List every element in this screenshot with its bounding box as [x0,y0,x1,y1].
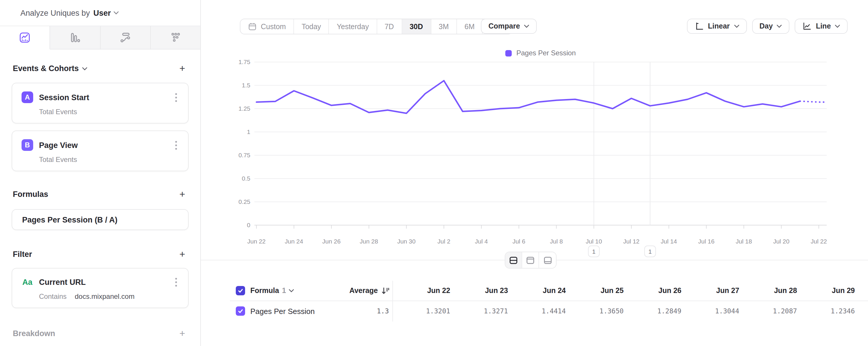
filter-condition[interactable]: Contains docs.mixpanel.com [12,288,188,309]
column-header[interactable]: Jun 28 [739,287,797,295]
range-7d[interactable]: 7D [377,19,402,34]
funnels-icon [69,31,81,44]
svg-text:0: 0 [247,222,250,228]
filter-card-current-url[interactable]: Aa Current URL Contains docs.mixpanel.co… [12,268,189,308]
event-measurement[interactable]: Total Events [12,151,188,172]
range-yesterday[interactable]: Yesterday [329,19,377,34]
scale-label: Linear [708,22,730,30]
svg-text:Jun 24: Jun 24 [285,238,303,244]
row-checkbox[interactable] [236,307,245,316]
chevron-down-icon [777,25,782,28]
cell-value: 1.2849 [623,307,681,315]
add-filter-button[interactable]: + [177,248,187,260]
column-header[interactable]: Jun 24 [508,287,566,295]
event-measurement-label: Total Events [39,155,77,164]
formulas-section-title: Formulas [13,190,48,199]
add-event-button[interactable]: + [177,62,187,75]
svg-text:Jun 26: Jun 26 [322,238,341,244]
chevron-down-icon [524,25,529,28]
event-title: Session Start [39,93,172,102]
svg-text:Jul 8: Jul 8 [550,238,563,244]
range-label: 6M [465,22,475,31]
svg-text:0.75: 0.75 [238,152,250,158]
chevron-down-icon [82,67,88,70]
add-formula-button[interactable]: + [177,188,187,200]
svg-text:Jun 22: Jun 22 [247,238,266,244]
svg-text:1: 1 [247,128,250,135]
svg-text:Jul 14: Jul 14 [661,238,677,244]
svg-text:1: 1 [592,248,595,255]
cell-value: 1.2087 [739,307,797,315]
kebab-menu-icon[interactable] [172,92,180,103]
granularity-button[interactable]: Day [752,19,790,34]
flows-icon [119,31,131,44]
toggle-chart-only[interactable] [522,252,539,268]
column-header[interactable]: Jun 25 [566,287,624,295]
range-label: 7D [384,22,394,31]
results-table: Formula 1 Average Jun 22 Jun 23 Jun 24 J… [201,281,868,321]
event-measurement-label: Total Events [39,108,77,116]
svg-text:Jul 16: Jul 16 [698,238,715,244]
event-card-page-view[interactable]: B Page View Total Events [12,131,189,171]
range-6m[interactable]: 6M [457,19,483,34]
svg-text:1: 1 [649,248,652,255]
chevron-down-icon [835,25,840,28]
table-row[interactable]: Pages Per Session 1.3 1.3201 1.3271 1.44… [201,300,868,321]
insights-icon [19,31,31,44]
formulas-section-header: Formulas + [13,188,187,200]
range-3m[interactable]: 3M [431,19,457,34]
select-all-checkbox[interactable] [236,286,245,295]
tab-retention[interactable] [151,26,200,50]
tab-insights[interactable] [0,26,50,50]
range-30d[interactable]: 30D [402,19,431,34]
retention-icon [169,31,182,44]
compare-button[interactable]: Compare [481,19,537,34]
breakdown-section-header: Breakdown + [13,327,187,340]
formula-card[interactable]: Pages Per Session (B / A) [12,209,189,230]
svg-text:Jul 12: Jul 12 [623,238,640,244]
filter-section-header: Filter + [13,248,187,260]
tab-flows[interactable] [100,26,151,50]
range-label: Today [302,22,321,31]
svg-text:Jul 6: Jul 6 [512,238,525,244]
range-label: Custom [261,22,286,31]
cell-value: 1.3271 [450,307,508,315]
svg-text:Jul 10: Jul 10 [586,238,602,244]
scale-button[interactable]: Linear [687,19,747,34]
check-icon [238,288,243,294]
event-badge-a: A [22,91,33,103]
kebab-menu-icon[interactable] [172,277,180,288]
chart-type-button[interactable]: Line [795,19,848,34]
svg-text:Jul 22: Jul 22 [811,238,827,244]
range-label: Yesterday [337,22,369,31]
line-chart[interactable]: 00.250.50.7511.251.51.7511Jun 22Jun 24Ju… [201,47,868,268]
column-header[interactable]: Jun 26 [623,287,681,295]
event-badge-b: B [22,139,33,151]
check-icon [238,308,243,314]
query-builder-sidebar: Analyze Uniques by User [0,0,201,346]
column-header[interactable]: Jun 29 [797,287,855,295]
tab-funnels[interactable] [50,26,101,50]
cell-value: 1.4414 [508,307,566,315]
table-row-values: 1.3201 1.3271 1.4414 1.3650 1.2849 1.304… [392,307,855,315]
chart-type-label: Line [816,22,831,30]
mixpanel-insights-page: Analyze Uniques by User [0,0,868,346]
average-column-header[interactable]: Average [271,286,390,295]
report-type-tabbar [0,26,200,50]
chart-display-controls: Linear Day Line [687,19,848,34]
events-section-title-text: Events & Cohorts [13,64,79,73]
column-header[interactable]: Jun 27 [681,287,739,295]
event-card-session-start[interactable]: A Session Start Total Events [12,83,189,123]
event-measurement[interactable]: Total Events [12,103,188,124]
analysis-entity-dropdown[interactable]: User [93,8,111,17]
toggle-table-only[interactable] [539,252,556,268]
toggle-split-view[interactable] [505,252,522,268]
range-today[interactable]: Today [294,19,329,34]
svg-text:1.75: 1.75 [238,59,250,65]
svg-text:Jun 30: Jun 30 [397,238,416,244]
kebab-menu-icon[interactable] [172,140,180,150]
range-custom[interactable]: Custom [241,19,294,34]
column-header[interactable]: Jun 22 [392,287,450,295]
add-breakdown-button[interactable]: + [177,327,187,340]
column-header[interactable]: Jun 23 [450,287,508,295]
